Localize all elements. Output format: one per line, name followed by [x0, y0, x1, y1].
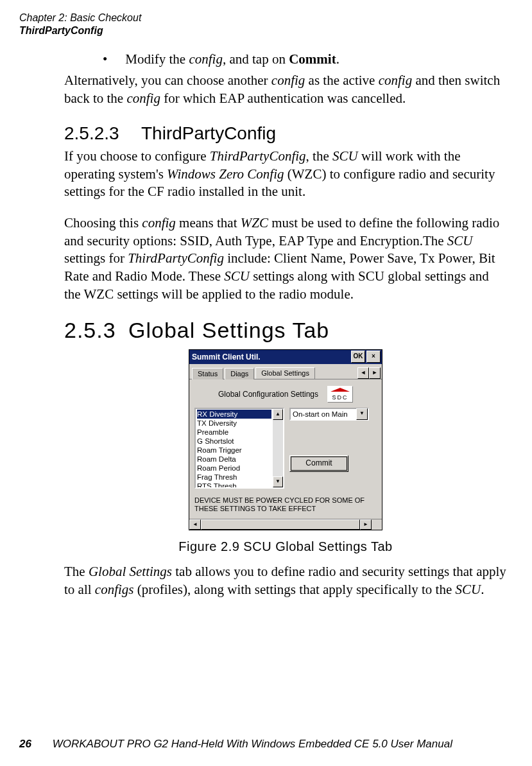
- list-item[interactable]: G Shortslot: [197, 437, 271, 446]
- power-cycle-note: DEVICE MUST BE POWER CYCLED FOR SOME OF …: [194, 496, 377, 514]
- tab-status[interactable]: Status: [192, 368, 223, 379]
- tab-right-arrow-icon[interactable]: ►: [369, 367, 381, 379]
- tab-diags[interactable]: Diags: [225, 368, 254, 379]
- sdc-logo-icon: SDC: [327, 386, 353, 403]
- commit-button[interactable]: Commit: [289, 455, 348, 472]
- figure-caption: Figure 2.9 SCU Global Settings Tab: [64, 539, 507, 554]
- list-item[interactable]: Roam Period: [197, 464, 271, 473]
- list-item[interactable]: Frag Thresh: [197, 473, 271, 482]
- heading-2-5-2-3: 2.5.2.3ThirdPartyConfig: [64, 123, 507, 144]
- panel: Global Configuration Settings SDC RX Div…: [189, 379, 382, 519]
- bullet-text-3: .: [336, 51, 339, 67]
- tab-bar: Status Diags Global Settings ◄ ►: [189, 364, 382, 379]
- paragraph-1: Alternatively, you can choose another co…: [64, 72, 507, 107]
- heading-title: Global Settings Tab: [128, 318, 329, 342]
- page-number: 26: [19, 738, 31, 750]
- svg-marker-0: [330, 388, 350, 392]
- footer: 26 WORKABOUT PRO G2 Hand-Held With Windo…: [19, 738, 452, 751]
- tab-left-arrow-icon[interactable]: ◄: [357, 367, 369, 379]
- book-title: WORKABOUT PRO G2 Hand-Held With Windows …: [53, 738, 452, 750]
- settings-listbox[interactable]: RX Diversity TX Diversity Preamble G Sho…: [194, 408, 284, 489]
- panel-title-row: Global Configuration Settings SDC: [194, 386, 377, 403]
- list-item[interactable]: TX Diversity: [197, 419, 271, 428]
- hscroll-left-icon[interactable]: ◄: [189, 519, 201, 530]
- list-item[interactable]: RTS Thresh: [197, 482, 271, 487]
- settings-row: RX Diversity TX Diversity Preamble G Sho…: [194, 408, 377, 489]
- list-item[interactable]: RX Diversity: [197, 410, 271, 419]
- bullet-marker: •: [103, 50, 122, 68]
- scroll-up-icon[interactable]: ▲: [273, 409, 283, 420]
- window-title: Summit Client Util.: [192, 353, 350, 361]
- paragraph-4: The Global Settings tab allows you to de…: [64, 563, 507, 598]
- header-chapter: Chapter 2: Basic Checkout: [19, 12, 141, 24]
- hscroll-thumb[interactable]: [201, 519, 360, 530]
- tab-global-settings[interactable]: Global Settings: [255, 367, 315, 379]
- running-header: Chapter 2: Basic Checkout ThirdPartyConf…: [19, 12, 141, 37]
- value-combobox[interactable]: On-start on Main ▼: [289, 408, 369, 421]
- bullet-text-2: and tap on: [226, 51, 289, 67]
- ok-button[interactable]: OK: [351, 351, 365, 363]
- sdc-text: SDC: [332, 394, 348, 401]
- screenshot-window: Summit Client Util. OK × Status Diags Gl…: [189, 349, 382, 531]
- horizontal-scrollbar[interactable]: ◄ ►: [189, 519, 382, 530]
- list-item[interactable]: Roam Trigger: [197, 446, 271, 455]
- paragraph-2: If you choose to configure ThirdPartyCon…: [64, 148, 507, 201]
- bullet-item: • Modify the config, and tap on Commit.: [103, 50, 507, 68]
- chevron-down-icon[interactable]: ▼: [356, 408, 368, 420]
- scrollbar-corner: [372, 519, 382, 530]
- bullet-bold: Commit: [289, 51, 336, 67]
- figure: Summit Client Util. OK × Status Diags Gl…: [64, 349, 507, 555]
- hscroll-right-icon[interactable]: ►: [360, 519, 372, 530]
- heading-2-5-3: 2.5.3Global Settings Tab: [64, 318, 507, 343]
- scroll-track[interactable]: [273, 420, 283, 476]
- list-item[interactable]: Preamble: [197, 428, 271, 437]
- scroll-down-icon[interactable]: ▼: [273, 476, 283, 487]
- right-column: On-start on Main ▼ Commit: [289, 408, 369, 472]
- paragraph-3: Choosing this config means that WZC must…: [64, 214, 507, 304]
- content: • Modify the config, and tap on Commit. …: [64, 50, 507, 612]
- bullet-text-1: Modify the: [125, 51, 189, 67]
- panel-title: Global Configuration Settings: [218, 390, 318, 399]
- heading-title: ThirdPartyConfig: [141, 123, 276, 143]
- heading-number: 2.5.2.3: [64, 123, 141, 144]
- combo-value: On-start on Main: [291, 410, 356, 418]
- header-section: ThirdPartyConfig: [19, 24, 141, 37]
- page: Chapter 2: Basic Checkout ThirdPartyConf…: [0, 0, 532, 766]
- heading-number: 2.5.3: [64, 318, 128, 343]
- listbox-items: RX Diversity TX Diversity Preamble G Sho…: [196, 409, 273, 487]
- bullet-italic: config,: [189, 51, 226, 67]
- list-item[interactable]: Roam Delta: [197, 455, 271, 464]
- close-button[interactable]: ×: [366, 351, 381, 363]
- titlebar: Summit Client Util. OK ×: [189, 350, 382, 364]
- tab-scroll: ◄ ►: [357, 367, 381, 379]
- listbox-scrollbar[interactable]: ▲ ▼: [273, 409, 283, 487]
